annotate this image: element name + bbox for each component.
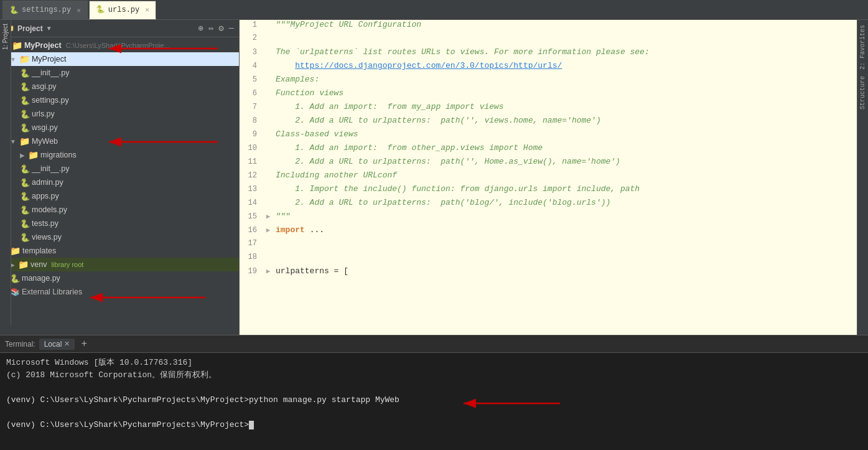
code-line-19: 19 ▶ urlpatterns = [ (240, 266, 857, 280)
line-num-12: 12 (240, 171, 263, 180)
myweb-folder-icon: 📁 (19, 136, 30, 146)
views-file-icon: 🐍 (20, 233, 30, 242)
code-line-3: 3 The `urlpatterns` list routes URLs to … (240, 47, 857, 61)
line-content-9: Class-based views (273, 129, 857, 139)
tree-external-libs[interactable]: ▶ 📚 External Libraries (0, 285, 239, 299)
minimize-icon[interactable]: — (229, 23, 234, 34)
project-side-tab[interactable]: 1: Project (1, 20, 10, 54)
tree-apps[interactable]: 🐍 apps.py (0, 189, 239, 203)
line-num-11: 11 (240, 157, 263, 166)
main-area: 📁 Project ▼ ⊕ ⇔ ⚙ — ▼ 📁 MyProject C:\Use… (0, 20, 868, 335)
line-content-10: 1. Add an import: from other_app.views i… (273, 143, 857, 152)
tree-myweb[interactable]: ▼ 📁 MyWeb (0, 134, 239, 148)
tree-root[interactable]: ▼ 📁 MyProject C:\Users\LyShark\PycharmPr… (0, 39, 239, 52)
code-line-4: 4 https://docs.djangoproject.com/en/3.0/… (240, 61, 857, 75)
settings-name: settings.py (32, 96, 69, 105)
root-path: C:\Users\LyShark\PycharmProje... (66, 42, 170, 49)
venv-name: venv (30, 260, 47, 269)
line-content-1: """MyProject URL Configuration (273, 20, 857, 29)
tree-init1[interactable]: 🐍 __init__.py (0, 66, 239, 80)
migrations-folder-icon: 📁 (28, 150, 39, 160)
favorites-label[interactable]: 2: Favorites (858, 22, 867, 72)
terminal-tab-label: Local (44, 340, 62, 349)
code-line-13: 13 1. Import the include() function: fro… (240, 184, 857, 198)
templates-name: templates (22, 246, 56, 255)
code-line-2: 2 (240, 34, 857, 47)
apps-file-icon: 🐍 (20, 192, 30, 201)
line-num-14: 14 (240, 199, 263, 207)
favorites-bar: 2: Favorites Structure (857, 20, 868, 335)
tab-urls-close[interactable]: ✕ (145, 6, 149, 14)
code-content[interactable]: 1 """MyProject URL Configuration 2 3 The… (240, 20, 857, 335)
tab-bar: 🐍 settings.py ✕ 🐍 urls.py ✕ (0, 0, 868, 20)
terminal-text-1: Microsoft Windows [版本 10.0.17763.316] (6, 358, 192, 367)
line-content-14: 2. Add a URL to urlpatterns: path('blog/… (273, 198, 857, 207)
terminal-area: Terminal: Local ✕ + Microsoft Windows [版… (0, 335, 868, 450)
tree-admin[interactable]: 🐍 admin.py (0, 176, 239, 189)
line-content-5: Examples: (273, 75, 857, 84)
project-panel: 📁 Project ▼ ⊕ ⇔ ⚙ — ▼ 📁 MyProject C:\Use… (0, 20, 240, 335)
admin-name: admin.py (32, 178, 63, 187)
tree-wsgi[interactable]: 🐍 wsgi.py (0, 121, 239, 134)
terminal-line-5 (6, 406, 862, 419)
terminal-tab-close[interactable]: ✕ (64, 340, 70, 348)
tree-settings[interactable]: 🐍 settings.py (0, 93, 239, 107)
models-name: models.py (32, 205, 67, 214)
terminal-content[interactable]: Microsoft Windows [版本 10.0.17763.316] (c… (0, 353, 868, 450)
collapse-icon[interactable]: ⇔ (208, 23, 213, 34)
code-line-12: 12 Including another URLconf (240, 171, 857, 184)
wsgi-name: wsgi.py (32, 123, 58, 132)
code-line-9: 9 Class-based views (240, 129, 857, 143)
migrations-arrow: ▶ (20, 152, 25, 159)
init2-name: __init__.py (32, 164, 69, 173)
left-sidebar: 1: Project (0, 20, 11, 325)
terminal-line-4: (venv) C:\Users\LyShark\PycharmProjects\… (6, 394, 862, 406)
tab-settings-close[interactable]: ✕ (77, 6, 81, 14)
code-line-10: 10 1. Add an import: from other_app.view… (240, 143, 857, 157)
project-dropdown-icon[interactable]: ▼ (46, 25, 52, 32)
external-icon: 📚 (11, 288, 20, 296)
code-line-14: 14 2. Add a URL to urlpatterns: path('bl… (240, 198, 857, 212)
line-content-4: https://docs.djangoproject.com/en/3.0/to… (273, 61, 857, 70)
link-django[interactable]: https://docs.djangoproject.com/en/3.0/to… (295, 61, 562, 70)
tree-manage[interactable]: 🐍 manage.py (0, 271, 239, 285)
tree-myproject[interactable]: ▼ 📁 MyProject (0, 52, 239, 66)
line-num-10: 10 (240, 144, 263, 152)
urls-name: urls.py (32, 110, 55, 118)
code-line-6: 6 Function views (240, 88, 857, 102)
line-content-11: 2. Add a URL to urlpatterns: path('', Ho… (273, 157, 857, 166)
manage-name: manage.py (22, 274, 60, 283)
tree-views[interactable]: 🐍 views.py (0, 230, 239, 244)
terminal-add-button[interactable]: + (78, 339, 90, 350)
terminal-cursor (249, 421, 254, 429)
urls-file-icon2: 🐍 (20, 110, 30, 119)
tab-urls[interactable]: 🐍 urls.py ✕ (89, 1, 156, 19)
line-num-18: 18 (240, 253, 263, 261)
settings-file-icon: 🐍 (9, 6, 19, 15)
line-num-1: 1 (240, 21, 263, 29)
asgi-file-icon: 🐍 (20, 82, 30, 91)
line-content-7: 1. Add an import: from my_app import vie… (273, 102, 857, 111)
tree-urls[interactable]: 🐍 urls.py (0, 107, 239, 121)
tree-init2[interactable]: 🐍 __init__.py (0, 162, 239, 176)
code-line-11: 11 2. Add a URL to urlpatterns: path('',… (240, 157, 857, 171)
sync-icon[interactable]: ⊕ (198, 23, 203, 34)
tree-asgi[interactable]: 🐍 asgi.py (0, 80, 239, 93)
structure-label[interactable]: Structure (858, 73, 867, 112)
tab-settings-label: settings.py (22, 6, 71, 14)
models-file-icon: 🐍 (20, 205, 30, 215)
tree-venv[interactable]: ▶ 📁 venv library root (0, 258, 239, 271)
urls-file-icon: 🐍 (96, 5, 105, 14)
tree-tests[interactable]: 🐍 tests.py (0, 217, 239, 230)
terminal-tab-local[interactable]: Local ✕ (39, 339, 75, 350)
terminal-text-2: (c) 2018 Microsoft Corporation。保留所有权利。 (6, 370, 217, 380)
tree-models[interactable]: 🐍 models.py (0, 203, 239, 217)
terminal-line-6: (venv) C:\Users\LyShark\PycharmProjects\… (6, 419, 862, 431)
settings-icon[interactable]: ⚙ (218, 23, 223, 34)
tab-settings[interactable]: 🐍 settings.py ✕ (2, 1, 88, 19)
tree-migrations[interactable]: ▶ 📁 migrations (0, 148, 239, 162)
tree-templates[interactable]: 📁 templates (0, 244, 239, 258)
wsgi-file-icon: 🐍 (20, 123, 30, 133)
myproject-folder-icon: 📁 (19, 54, 30, 64)
code-line-18: 18 (240, 253, 857, 266)
